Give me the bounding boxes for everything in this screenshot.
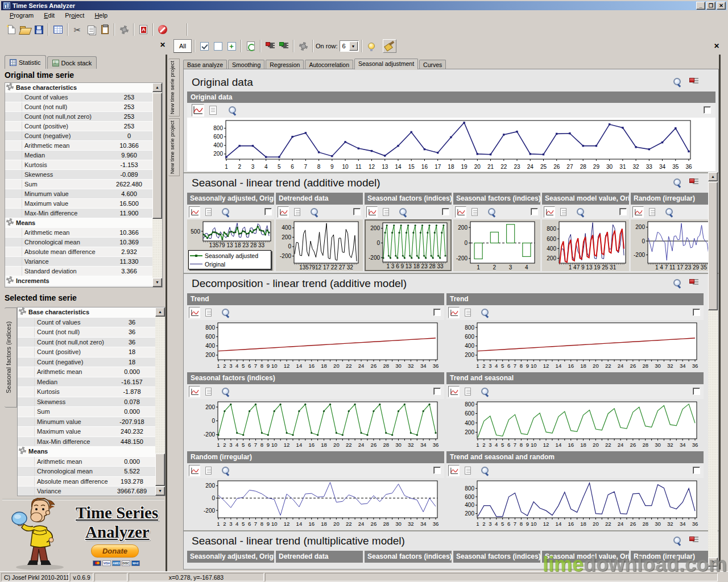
cut-button[interactable]: ✂ [71,23,84,36]
zoom-view-button[interactable] [479,465,490,476]
data-view-button[interactable] [202,386,214,397]
table-row[interactable]: Arithmetic mean0.000 [18,367,155,377]
panel-checkbox[interactable] [442,208,449,215]
scroll-down-icon[interactable]: ▼ [155,487,165,496]
table1-scroll-thumb[interactable] [152,93,162,219]
zoom-view-button[interactable] [397,206,408,218]
table1-scrollbar[interactable]: ▲ ▼ [152,83,162,287]
chart-view-button[interactable] [189,386,200,397]
table-row[interactable]: Chronological mean10.369 [5,238,152,247]
data-view-button[interactable] [469,206,480,218]
zoom-view-button[interactable] [220,386,231,397]
table-row[interactable]: Skewness0.078 [18,397,155,408]
copy-button[interactable] [84,23,98,36]
tab-regression[interactable]: Regression [266,60,304,69]
zoom-view-button[interactable] [220,206,231,218]
settings-button[interactable] [117,23,131,36]
save-button[interactable] [32,23,46,36]
table-row[interactable]: Count of values253 [5,93,152,102]
tab-autocorrelation[interactable]: Autocorrelation [305,60,353,69]
tab-base-analyze[interactable]: Base analyze [183,60,227,69]
on-row-select[interactable]: 6▼ [340,40,359,52]
panel-checkbox[interactable] [693,309,700,316]
hint-button[interactable] [365,39,378,53]
table-row[interactable]: Absolute mean difference193.278 [18,477,155,487]
table2-scroll-thumb[interactable] [155,454,165,486]
open-button[interactable] [18,23,32,36]
scroll-down-icon[interactable]: ▼ [152,278,162,287]
chart-view-button[interactable] [278,206,289,218]
data-view-button[interactable] [202,206,214,218]
data-view-button[interactable] [557,206,569,218]
data-view-button[interactable] [202,307,214,318]
minimize-button[interactable]: _ [696,2,705,10]
check-all-button[interactable] [197,39,211,53]
table-row[interactable]: Minumum value-207.918 [18,417,155,427]
table-row[interactable]: Average absolute increment2.147 [5,286,152,287]
zoom-view-button[interactable] [308,206,320,218]
table-row[interactable]: Count (positive)253 [5,122,152,131]
chart-view-button[interactable] [632,206,644,218]
chart-view-button[interactable] [448,386,460,397]
data-view-button[interactable] [646,206,657,218]
vertical-tab-project-2[interactable]: New time serie project [168,118,180,176]
chart-view-button[interactable] [544,206,555,218]
panel-checkbox[interactable] [531,208,538,215]
right-splitter[interactable] [719,55,721,569]
table-row[interactable]: Count (positive)18 [18,347,155,357]
panel-checkbox[interactable] [619,208,627,215]
content-scroll-thumb[interactable] [708,182,718,310]
all-tab-button[interactable]: All [173,39,192,53]
check-add-button[interactable] [225,39,238,53]
panel-close-button[interactable]: ✕ [712,41,721,51]
data-view-button[interactable] [202,465,214,476]
table-row[interactable]: Count (not null)36 [18,327,155,338]
dock-splitter[interactable] [166,55,167,571]
tab-seasonal-adjustment[interactable]: Seasonal adjustment [354,59,418,69]
panel-checkbox[interactable] [433,388,441,395]
table-row[interactable]: Count (not null,not zero)253 [5,112,152,122]
table-row[interactable]: Absolute mean difference2.932 [5,247,152,257]
table-row[interactable]: Arithmetic mean10.366 [5,228,152,238]
table-group-row[interactable]: Means [18,447,155,457]
zoom-view-button[interactable] [226,104,238,117]
table-row[interactable]: Maximum value16.500 [5,199,152,209]
pdf-export-button[interactable] [136,23,150,36]
zoom-view-button[interactable] [486,206,497,218]
zoom-view-button[interactable] [220,465,231,476]
panel-checkbox[interactable] [433,467,441,474]
chart-view-button[interactable] [448,307,460,318]
menu-help[interactable]: Help [89,11,113,20]
tab-smoothing[interactable]: Smoothing [228,60,264,69]
table-row[interactable]: Minumum value4.600 [5,189,152,199]
detail-list-icon[interactable] [689,279,698,287]
table-group-row[interactable]: Increments [5,276,152,286]
panel-checkbox[interactable] [353,208,361,215]
table-row[interactable]: Arithmetic mean10.366 [5,141,152,151]
zoom-icon[interactable] [672,178,681,187]
tab-curves[interactable]: Curves [419,60,446,69]
table-group-row[interactable]: Base characteristics [18,307,155,318]
table-row[interactable]: Sum2622.480 [5,180,152,189]
content-scrollbar[interactable]: ▲ ▼ [708,172,718,567]
table-row[interactable]: Variance39667.689 [18,487,155,496]
table-row[interactable]: Median-16.157 [18,377,155,388]
close-button[interactable]: ✕ [717,2,726,10]
menu-edit[interactable]: Edit [39,11,60,20]
data-view-button[interactable] [380,206,391,218]
chart-view-button[interactable] [189,307,200,318]
table-row[interactable]: Variance11.330 [5,257,152,267]
table-row[interactable]: Count (not null)253 [5,102,152,112]
table-row[interactable]: Kurtosis-1.878 [18,387,155,397]
zoom-view-button[interactable] [663,206,675,218]
data-view-button[interactable] [462,465,473,476]
style-button[interactable] [383,39,396,53]
options-button[interactable] [296,39,310,53]
dock-close-button[interactable]: ✕ [158,40,167,49]
panel-checkbox[interactable] [693,467,700,474]
expand-button[interactable] [277,39,291,53]
zoom-view-button[interactable] [479,307,490,318]
zoom-icon[interactable] [672,278,681,288]
data-view-button[interactable] [462,307,473,318]
zoom-view-button[interactable] [220,307,231,318]
